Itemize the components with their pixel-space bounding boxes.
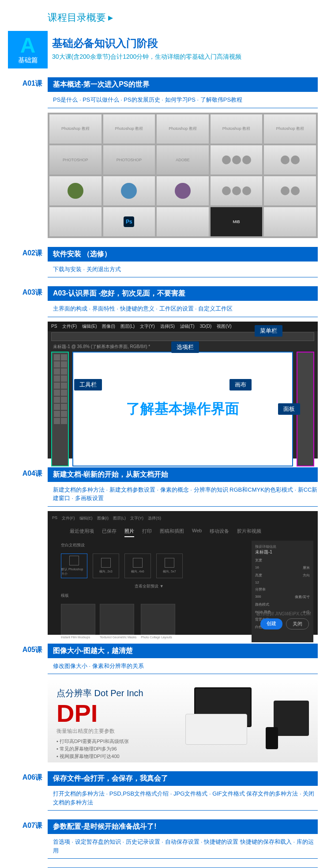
thumb: ADOBE	[157, 145, 209, 174]
new-doc-screenshot: PS文件(F)编辑(E)图像(I)图层(L)文字(Y)选择(S) 最近使用项 已…	[48, 511, 318, 635]
thumb: PHOTOSHOP	[49, 145, 102, 174]
section-badge: A 基础篇	[8, 31, 48, 68]
preset: 横向, 4x6	[124, 553, 151, 578]
lesson-detail: PS是什么 · PS可以做什么 · PS的发展历史 · 如何学习PS · 了解敬…	[48, 92, 318, 108]
preset: 横向, 5x7	[156, 553, 183, 578]
template: Textured Geometric Masks	[100, 604, 136, 639]
thumb: MIB	[211, 207, 263, 236]
section-title: 基础必备知识入门阶段	[52, 31, 331, 50]
lesson-a04: A04课 新建文档-崭新的开始，从新文档开始 新建文档的多种方法 · 新建文档参…	[0, 467, 331, 635]
lesson-a05: A05课 图像大小-图越大，越清楚 修改图像大小 · 像素和分辨率的关系 点分辨…	[0, 644, 331, 763]
thumb	[49, 176, 102, 205]
thumb: PHOTOSHOP	[103, 145, 155, 174]
label-panel: 面板	[278, 403, 300, 415]
lesson-detail: 新建文档的多种方法 · 新建文档参数设置 · 像素的概念 · 分辨率的知识 RG…	[48, 482, 318, 507]
thumb	[211, 145, 263, 174]
lesson-label: A03课	[0, 286, 48, 459]
tab: 最近使用项	[70, 528, 94, 537]
lesson-a07: A07课 参数配置-是时候开始准备战斗了! 首选项 · 设定暂存盘的知识 · 历…	[0, 819, 331, 859]
label-canvas: 画布	[229, 379, 252, 390]
lesson-label: A05课	[0, 644, 48, 763]
thumb: Photoshop 教程	[264, 114, 316, 144]
label-optionsbar: 选项栏	[171, 341, 199, 353]
thumb: Photoshop 教程	[103, 114, 155, 144]
badge-text: 基础篇	[18, 56, 38, 64]
lesson-label: A02课	[0, 247, 48, 278]
tab: 图稿和插图	[160, 528, 184, 537]
tab: 打印	[142, 528, 152, 537]
lesson-title: A03-认识界面 -您好，初次见面，不要害羞	[48, 286, 318, 301]
lesson-a02: A02课 软件安装 （选修） 下载与安装 · 关闭退出方式	[0, 247, 331, 278]
watermark: 敬伟培训 JINGWEIPX.COM	[256, 611, 311, 617]
dpi-illustration: 点分辨率 Dot Per Inch DPI 衡量输出精度的主要参数 打印高DPI…	[48, 678, 318, 762]
lesson-label: A04课	[0, 467, 48, 635]
dpi-title: 点分辨率 Dot Per Inch	[56, 687, 185, 699]
preset: 横向, 2x3	[93, 553, 119, 578]
badge-letter: A	[20, 35, 36, 56]
thumbnail-grid: Photoshop 教程 Photoshop 教程 Photoshop 教程 P…	[48, 113, 318, 238]
tab: 胶片和视频	[237, 528, 261, 537]
lesson-label: A01课	[0, 77, 48, 238]
create-button: 创建	[260, 618, 282, 629]
lesson-title: 新建文档-崭新的开始，从新文档开始	[48, 467, 318, 482]
section-header: A 基础篇 基础必备知识入门阶段 30大课(含200余章节)合计1200分钟，生…	[0, 31, 331, 68]
lesson-title: 保存文件-会打开，会保存，我真会了	[48, 771, 318, 786]
lesson-detail: 下载与安装 · 关闭退出方式	[48, 262, 318, 278]
tab: Web	[192, 528, 202, 537]
thumb	[211, 176, 263, 205]
lesson-detail: 打开文档的多种方法 · PSD,PSB文件格式介绍 · JPG文件格式 · GI…	[48, 786, 318, 811]
new-doc-tabs: 最近使用项 已保存 照片 打印 图稿和插图 Web 移动设备 胶片和视频	[52, 523, 313, 541]
thumb: Photoshop 教程	[157, 114, 209, 144]
lesson-label: A07课	[0, 819, 48, 859]
thumb	[264, 207, 316, 236]
lesson-title: 图像大小-图越大，越清楚	[48, 644, 318, 658]
lesson-a03: A03课 A03-认识界面 -您好，初次见面，不要害羞 主界面的构成 · 界面特…	[0, 286, 331, 459]
page-header: 课程目录概要	[0, 0, 331, 31]
ps-toolbox	[51, 352, 69, 466]
lesson-a01: A01课 基本概述-第一次进入PS的世界 PS是什么 · PS可以做什么 · P…	[0, 77, 331, 238]
tab-active: 照片	[124, 528, 134, 537]
ps-canvas-text: 了解基本操作界面	[126, 399, 239, 419]
template: Photo Collage Layouts	[141, 604, 175, 639]
thumb: Photoshop 教程	[49, 114, 102, 144]
lesson-a06: A06课 保存文件-会打开，会保存，我真会了 打开文档的多种方法 · PSD,P…	[0, 771, 331, 811]
section-desc: 30大课(含200余章节)合计1200分钟，生动详细的零基础入门高清视频	[52, 53, 331, 61]
label-menubar: 菜单栏	[255, 325, 282, 337]
lesson-label: A06课	[0, 771, 48, 811]
dpi-subtitle: 衡量输出精度的主要参数	[56, 728, 185, 735]
thumb: Photoshop 教程	[211, 114, 263, 144]
thumb: Ps	[103, 207, 155, 236]
dpi-list: 打印高DPI需要高PPI和高级纸张 常见的屏幕物理DPI多为96 视网膜屏幕物理…	[56, 738, 185, 760]
close-button: 关闭	[286, 618, 309, 629]
lesson-detail: 修改图像大小 · 像素和分辨率的关系	[48, 658, 318, 675]
thumb	[103, 176, 155, 205]
lesson-title: 软件安装 （选修）	[48, 247, 318, 262]
thumb	[157, 176, 209, 205]
thumb	[157, 207, 209, 236]
thumb	[49, 207, 102, 236]
phone-icon	[266, 727, 278, 749]
new-doc-menu: PS文件(F)编辑(E)图像(I)图层(L)文字(Y)选择(S)	[52, 515, 313, 523]
preset-selected: 默认 Photoshop 大小	[61, 553, 87, 578]
tab: 已保存	[102, 528, 117, 537]
dpi-big-text: DPI	[56, 701, 185, 726]
thumb	[264, 145, 316, 174]
lesson-title: 参数配置-是时候开始准备战斗了!	[48, 819, 318, 834]
thumb	[264, 176, 316, 205]
label-toolbox: 工具栏	[74, 379, 102, 390]
lesson-title: 基本概述-第一次进入PS的世界	[48, 77, 318, 92]
printer2-icon	[274, 701, 309, 736]
template: Instant Film Mockups	[61, 604, 95, 639]
ps-canvas: 了解基本操作界面	[72, 352, 293, 466]
tab: 移动设备	[210, 528, 229, 537]
lesson-detail: 主界面的构成 · 界面特性 · 快捷键的意义 · 工作区的设置 · 自定义工作区	[48, 301, 318, 317]
ps-interface-screenshot: PS文件(F)编辑(E)图像(I)图层(L)文字(Y)选择(S)滤镜(T)3D(…	[48, 322, 318, 459]
printer-icon	[185, 714, 247, 745]
lesson-detail: 首选项 · 设定暂存盘的知识 · 历史记录设置 · 自动保存设置 · 快捷键的设…	[48, 834, 318, 859]
